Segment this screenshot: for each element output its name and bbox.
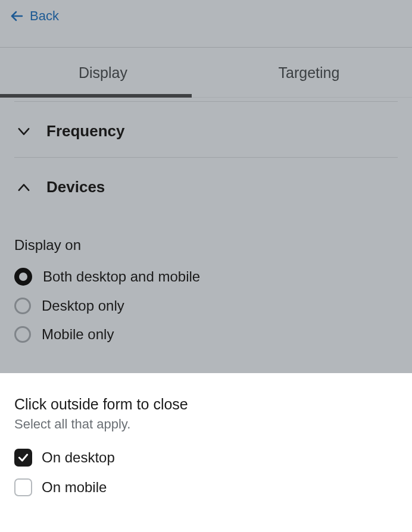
checkbox-group: On desktop On mobile xyxy=(14,449,398,496)
back-label: Back xyxy=(30,8,59,24)
radio-desktop-only[interactable]: Desktop only xyxy=(14,298,398,314)
checkbox-on-mobile[interactable]: On mobile xyxy=(14,478,398,496)
radio-mobile-only[interactable]: Mobile only xyxy=(14,326,398,343)
tab-display-label: Display xyxy=(79,64,127,81)
checkbox-on-desktop[interactable]: On desktop xyxy=(14,449,398,467)
section-devices-title: Devices xyxy=(46,178,105,196)
radio-icon-selected xyxy=(14,268,32,286)
radio-mobile-label: Mobile only xyxy=(42,326,114,343)
radio-both[interactable]: Both desktop and mobile xyxy=(14,268,398,286)
arrow-left-icon xyxy=(10,9,24,23)
radio-group-display-on: Both desktop and mobile Desktop only Mob… xyxy=(14,268,398,343)
header-bar: Back xyxy=(0,0,412,48)
tab-targeting[interactable]: Targeting xyxy=(206,48,412,97)
display-on-label: Display on xyxy=(14,237,398,254)
section-frequency-title: Frequency xyxy=(46,122,125,140)
bottom-sheet: Click outside form to close Select all t… xyxy=(0,373,412,532)
checkbox-mobile-label: On mobile xyxy=(42,479,107,496)
chevron-down-icon xyxy=(15,123,32,140)
chevron-up-icon xyxy=(15,179,32,196)
radio-both-label: Both desktop and mobile xyxy=(43,268,200,285)
tab-active-indicator xyxy=(0,94,192,98)
checkbox-checked-icon xyxy=(14,449,32,467)
checkbox-unchecked-icon xyxy=(14,478,32,496)
radio-icon xyxy=(14,326,31,343)
tab-display[interactable]: Display xyxy=(0,48,206,97)
section-devices-header[interactable]: Devices xyxy=(14,158,398,213)
tabs-bar: Display Targeting xyxy=(0,48,412,98)
tab-targeting-label: Targeting xyxy=(279,64,340,81)
sheet-title: Click outside form to close xyxy=(14,396,398,413)
checkbox-desktop-label: On desktop xyxy=(42,449,115,466)
back-button[interactable]: Back xyxy=(10,8,59,24)
radio-icon xyxy=(14,298,31,314)
radio-desktop-label: Desktop only xyxy=(42,298,124,314)
main-content: Frequency Devices Display on Both deskto… xyxy=(0,101,412,343)
sheet-subtitle: Select all that apply. xyxy=(14,417,398,432)
section-frequency-header[interactable]: Frequency xyxy=(14,102,398,157)
